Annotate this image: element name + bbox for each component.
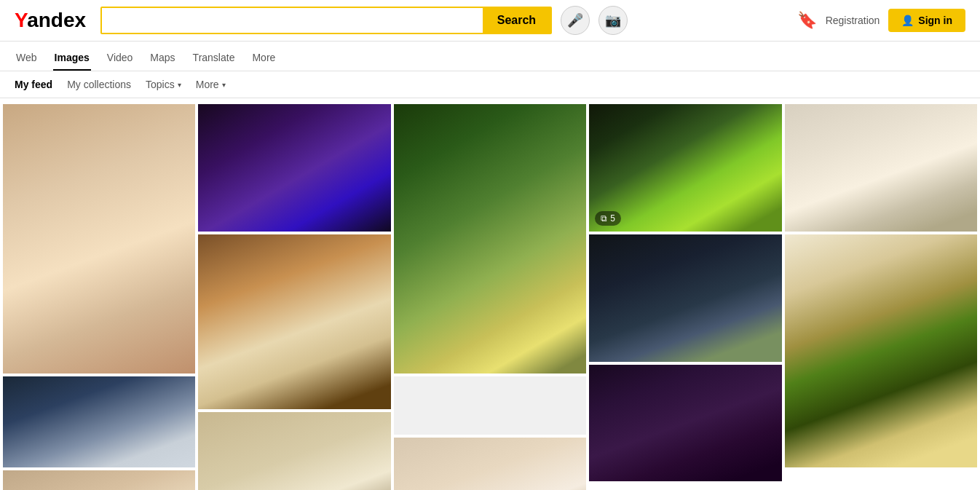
tab-translate[interactable]: Translate [191, 46, 237, 71]
signin-button[interactable]: 👤 Sign in [888, 9, 965, 32]
image-item[interactable] [198, 104, 390, 232]
signin-label: Sign in [918, 15, 952, 26]
tab-images[interactable]: Images [53, 46, 91, 71]
chevron-down-icon: ▾ [178, 81, 181, 89]
registration-link[interactable]: Registration [826, 15, 880, 26]
sub-nav: My feed My collections Topics ▾ More ▾ [0, 71, 980, 98]
badge-icon: ⧉ [601, 213, 607, 224]
tab-more[interactable]: More [250, 46, 277, 71]
image-badge: ⧉ 5 [595, 211, 621, 226]
subnav-more-label: More [196, 79, 219, 90]
header-right: 🔖 Registration 👤 Sign in [797, 9, 965, 32]
image-item[interactable] [589, 234, 781, 362]
subnav-topics[interactable]: Topics ▾ [146, 79, 181, 90]
image-item[interactable] [589, 365, 781, 481]
image-item[interactable] [198, 234, 390, 409]
subnav-topics-label: Topics [146, 79, 175, 90]
camera-button[interactable]: 📷 [598, 6, 628, 35]
image-item[interactable] [3, 470, 195, 490]
image-item[interactable] [394, 376, 586, 435]
subnav-more[interactable]: More ▾ [196, 79, 226, 90]
badge-count: 5 [610, 213, 615, 224]
image-item[interactable] [785, 234, 977, 467]
search-bar: Search [100, 7, 552, 34]
search-input[interactable] [102, 8, 483, 33]
bookmark-icon[interactable]: 🔖 [797, 11, 817, 30]
image-item[interactable] [394, 104, 586, 374]
logo-andex: andex [27, 9, 86, 31]
image-item[interactable]: ⧉ 5 [589, 104, 781, 232]
header: Yandex Search 🎤 📷 🔖 Registration 👤 Sign … [0, 0, 980, 42]
mic-button[interactable]: 🎤 [561, 6, 590, 35]
tab-video[interactable]: Video [106, 46, 135, 71]
image-item[interactable] [3, 104, 195, 374]
image-column-3 [394, 104, 586, 490]
camera-icon: 📷 [605, 12, 621, 28]
image-item[interactable] [198, 412, 390, 490]
logo[interactable]: Yandex [15, 9, 86, 32]
user-icon: 👤 [901, 15, 914, 26]
logo-y: Y [15, 9, 27, 31]
image-column-4: ⧉ 5 [589, 104, 781, 490]
image-grid: ⧉ 5 [0, 98, 980, 490]
image-item[interactable] [785, 104, 977, 232]
image-column-1 [3, 104, 195, 490]
nav-tabs: Web Images Video Maps Translate More [0, 42, 980, 71]
tab-web[interactable]: Web [15, 46, 39, 71]
mic-icon: 🎤 [567, 12, 583, 28]
image-item[interactable] [394, 438, 586, 490]
chevron-down-icon-2: ▾ [222, 81, 226, 89]
subnav-mycollections[interactable]: My collections [67, 79, 131, 90]
image-item[interactable] [3, 376, 195, 467]
image-column-2 [198, 104, 390, 490]
search-button[interactable]: Search [483, 8, 550, 33]
tab-maps[interactable]: Maps [149, 46, 176, 71]
subnav-myfeed[interactable]: My feed [15, 79, 52, 90]
image-column-5 [785, 104, 977, 490]
